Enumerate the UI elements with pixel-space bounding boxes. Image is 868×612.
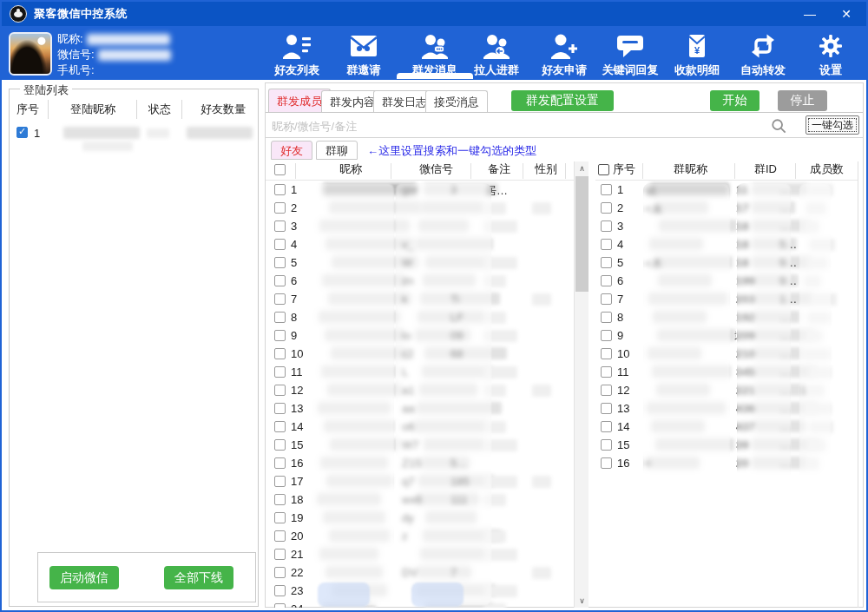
friend-table-row[interactable]: 12a1 [266,381,574,399]
nav-item-9[interactable]: 设置 [793,31,868,78]
friend-table-row[interactable]: 22DV7 [266,563,574,582]
friend-table-row[interactable]: 7kTi [266,290,574,308]
nav-item-1[interactable]: 好友列表 [260,31,334,78]
group-table-row[interactable]: 9群209… [595,326,858,345]
row-checkbox[interactable] [274,385,286,396]
row-checkbox[interactable] [274,421,286,432]
row-checkbox[interactable] [601,257,612,268]
row-checkbox[interactable] [601,293,612,305]
row-checkbox[interactable] [274,312,286,323]
row-checkbox[interactable] [601,403,612,414]
tab-receive-messages[interactable]: 接受消息 [425,90,488,112]
friend-table-row[interactable]: 6zn [266,272,574,290]
row-checkbox[interactable] [601,275,612,286]
friend-table-row[interactable]: 14o6 [266,418,574,436]
type-tab-friends[interactable]: 好友 [271,141,312,160]
group-table-row[interactable]: 1锅11… [595,181,858,199]
group-table-row[interactable]: 1539… [595,436,858,454]
row-checkbox[interactable] [274,530,286,542]
row-checkbox[interactable] [601,457,612,469]
row-checkbox[interactable] [274,330,286,341]
friend-table-row[interactable]: 5W [266,253,574,272]
stop-button[interactable]: 停止 [778,90,827,111]
row-checkbox[interactable] [601,202,612,214]
friend-select-all-checkbox[interactable] [274,164,286,175]
type-tab-groups[interactable]: 群聊 [316,141,358,160]
broadcast-config-button[interactable]: 群发配置设置 [511,90,614,111]
row-checkbox[interactable] [601,348,612,359]
scroll-up-icon[interactable]: ∧ [575,161,589,175]
group-table-row[interactable]: 14437… [595,418,858,436]
friend-table-row[interactable]: 16Z155… [266,454,574,472]
group-table-row[interactable]: 10210… [595,345,858,363]
friend-table-row[interactable]: 23 [266,582,574,600]
row-checkbox[interactable] [274,585,286,596]
login-row-checkbox[interactable] [16,127,28,138]
row-checkbox[interactable] [601,366,612,378]
row-checkbox[interactable] [601,385,612,396]
friend-table-row[interactable]: 24 [266,600,574,608]
friend-table-row[interactable]: 3 [266,217,574,235]
friend-table-row[interactable]: 19dy [266,509,574,527]
group-table-row[interactable]: 12221…1 [595,381,858,399]
row-checkbox[interactable] [601,330,612,341]
friend-table-row[interactable]: 20z [266,527,574,545]
minimize-button[interactable]: — [795,2,825,26]
group-table-row[interactable]: 16<20… [595,454,858,472]
row-checkbox[interactable] [601,312,612,323]
search-input[interactable]: 昵称/微信号/备注 [272,119,357,135]
login-row[interactable]: 1 [10,124,258,143]
row-checkbox[interactable] [274,567,286,578]
row-checkbox[interactable] [274,257,286,268]
row-checkbox[interactable] [274,184,286,195]
nav-item-5[interactable]: 好友申请 [527,31,602,78]
group-table-row[interactable]: 5<木189… [595,253,858,272]
search-icon[interactable] [771,118,786,136]
friend-table-row[interactable]: 21 [266,545,574,563]
row-checkbox[interactable] [274,457,286,469]
nav-item-7[interactable]: ¥收款明细 [660,31,734,78]
row-checkbox[interactable] [274,275,286,286]
row-checkbox[interactable] [274,603,286,608]
row-checkbox[interactable] [274,549,286,560]
friend-table-row[interactable]: 4v_ [266,235,574,253]
group-table-row[interactable]: 11345… [595,363,858,381]
start-button[interactable]: 开始 [710,90,760,111]
friend-table-row[interactable]: 9lo09 [266,326,574,345]
group-select-all-checkbox[interactable] [598,164,609,175]
check-all-button[interactable]: 一键勾选 [806,115,859,135]
group-table-row[interactable]: 13436… [595,399,858,418]
row-checkbox[interactable] [274,494,286,505]
row-checkbox[interactable] [601,220,612,232]
scroll-down-icon[interactable]: ∨ [575,594,589,608]
group-table-row[interactable]: 8192… [595,308,858,326]
row-checkbox[interactable] [601,239,612,250]
nav-item-4[interactable]: 拉人进群 [459,31,534,78]
row-checkbox[interactable] [601,184,612,195]
nav-item-6[interactable]: 关键词回复 [593,31,667,78]
row-checkbox[interactable] [274,220,286,232]
nav-item-2[interactable]: 群邀请 [326,31,401,78]
row-checkbox[interactable] [274,403,286,414]
friend-table-row[interactable]: 10c268 [266,345,574,363]
group-table-row[interactable]: 72031… [595,290,858,308]
friend-table-row[interactable]: 8LF [266,308,574,326]
friend-table-row[interactable]: 17q7185 [266,472,574,490]
friend-table-row[interactable]: 2 [266,199,574,217]
friend-table-row[interactable]: 15W7 [266,436,574,454]
group-table-row[interactable]: 318… [595,217,858,235]
start-wechat-button[interactable]: 启动微信 [49,566,119,589]
close-button[interactable]: ✕ [832,2,861,26]
group-table-row[interactable]: 4185… [595,235,858,253]
friend-table-row[interactable]: 11L [266,363,574,381]
row-checkbox[interactable] [274,476,286,487]
row-checkbox[interactable] [274,512,286,523]
row-checkbox[interactable] [274,239,286,250]
friend-table-scrollbar[interactable]: ∧ ∨ [574,161,589,608]
friend-table-row[interactable]: 18wx6111 [266,490,574,509]
group-table-row[interactable]: 61999… [595,272,858,290]
group-table-row[interactable]: 2<未17… [595,199,858,217]
row-checkbox[interactable] [274,366,286,378]
nav-item-8[interactable]: 自动转发 [726,31,800,78]
row-checkbox[interactable] [601,439,612,451]
